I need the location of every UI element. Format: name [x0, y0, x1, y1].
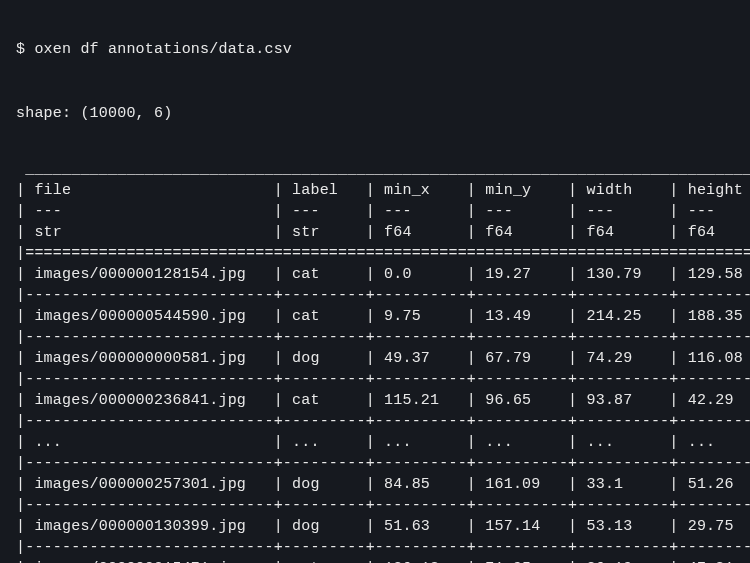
command-text: oxen df annotations/data.csv [34, 41, 292, 58]
prompt-line: $ oxen df annotations/data.csv [16, 39, 734, 60]
prompt-symbol: $ [16, 41, 25, 58]
terminal-output: $ oxen df annotations/data.csv shape: (1… [0, 0, 750, 563]
shape-line: shape: (10000, 6) [16, 103, 734, 124]
dataframe-table: ________________________________________… [16, 159, 734, 563]
